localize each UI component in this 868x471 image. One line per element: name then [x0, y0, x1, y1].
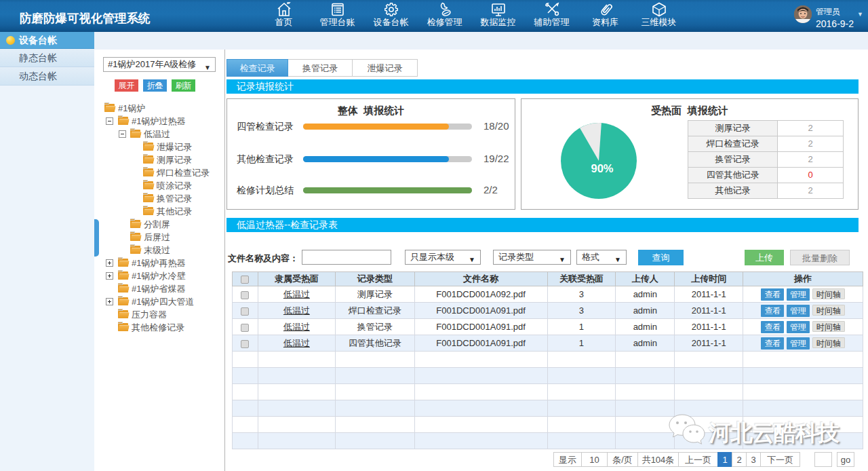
- svg-text:90%: 90%: [591, 162, 613, 174]
